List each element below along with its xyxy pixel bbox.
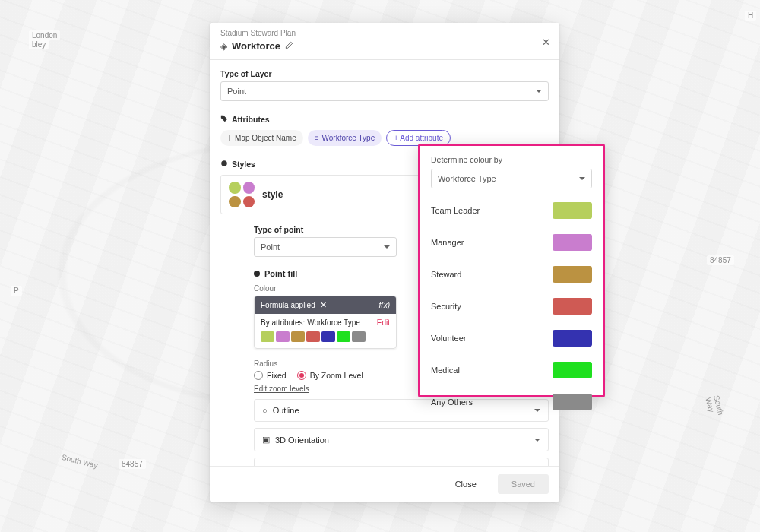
colour-mapping-list: Team LeaderManagerStewardSecurityVolunte… [431, 195, 592, 418]
chevron-down-icon [579, 177, 585, 180]
chip-map-object-name[interactable]: T Map Object Name [220, 130, 303, 146]
attributes-label: Attributes [232, 115, 270, 124]
map-label: bley [29, 40, 49, 49]
chevron-down-icon [534, 439, 540, 442]
svg-point-0 [221, 160, 227, 166]
map-badge: 84857 [707, 255, 734, 265]
swatch [276, 331, 290, 342]
breadcrumb: Stadium Steward Plan [220, 29, 549, 37]
colour-name: Security [431, 302, 461, 311]
cube-icon: ▣ [262, 435, 270, 445]
colour-mapping-item: Volunteer [431, 322, 592, 354]
map-label: H [745, 11, 756, 21]
colour-mapping-item: Any Others [431, 386, 592, 418]
layer-title: Workforce [232, 40, 280, 52]
map-label: P [11, 286, 22, 296]
colour-swatch[interactable] [553, 202, 592, 219]
close-icon[interactable]: ✕ [542, 36, 550, 48]
popover-select-value: Workforce Type [438, 174, 496, 183]
colour-mapping-item: Steward [431, 258, 592, 290]
formula-title: Formula applied [261, 301, 315, 309]
swatch [352, 331, 366, 342]
styles-label: Styles [232, 160, 255, 169]
colour-name: Medical [431, 366, 460, 375]
colour-swatch[interactable] [553, 298, 592, 315]
dot-icon [254, 271, 260, 277]
attributes-section: Attributes [220, 115, 549, 124]
colour-swatch[interactable] [553, 234, 592, 251]
radio-icon [297, 371, 306, 380]
text-icon: T [227, 134, 232, 142]
formula-by-text: By attributes: Workforce Type [261, 318, 360, 327]
point-type-select[interactable]: Point [254, 237, 397, 257]
layer-type-label: Type of Layer [220, 69, 549, 78]
fx-icon[interactable]: f(x) [379, 301, 390, 309]
tag-icon [220, 115, 228, 124]
formula-swatch-row [255, 331, 396, 348]
swatch [306, 331, 320, 342]
layer-icon: ◈ [220, 41, 227, 52]
radius-byzoom-radio[interactable]: By Zoom Level [297, 371, 363, 380]
text-row[interactable]: TText [254, 458, 549, 466]
popover-label: Determine colour by [431, 155, 592, 164]
colour-swatch[interactable] [553, 266, 592, 283]
swatch [321, 331, 335, 342]
colour-swatch[interactable] [553, 394, 592, 410]
list-icon: ≡ [315, 134, 319, 142]
point-fill-label: Point fill [264, 269, 297, 278]
popover-select[interactable]: Workforce Type [431, 169, 592, 188]
colour-name: Manager [431, 238, 464, 247]
panel-footer: Close Saved [210, 466, 559, 502]
determine-colour-popover: Determine colour by Workforce Type Team … [418, 144, 605, 397]
formula-edit-link[interactable]: Edit [377, 318, 390, 327]
colour-swatch[interactable] [553, 362, 592, 378]
circle-outline-icon: ○ [262, 406, 268, 415]
radius-fixed-radio[interactable]: Fixed [254, 371, 287, 380]
formula-clear-icon[interactable]: ✕ [320, 300, 327, 310]
colour-mapping-item: Manager [431, 226, 592, 258]
colour-name: Volunteer [431, 334, 466, 343]
chevron-down-icon [536, 90, 542, 93]
colour-name: Any Others [431, 397, 473, 407]
orientation-row[interactable]: ▣3D Orientation [254, 428, 549, 451]
radio-icon [254, 371, 263, 380]
formula-body: By attributes: Workforce Type Edit [255, 314, 396, 331]
colour-mapping-item: Security [431, 290, 592, 322]
style-name: style [262, 189, 283, 200]
layer-type-value: Point [227, 87, 246, 96]
formula-header: Formula applied ✕ f(x) [255, 296, 396, 314]
colour-name: Steward [431, 270, 461, 279]
layer-type-select[interactable]: Point [220, 81, 549, 101]
close-button[interactable]: Close [442, 474, 490, 494]
chevron-down-icon [384, 245, 390, 249]
title-row: ◈ Workforce [220, 40, 549, 52]
colour-mapping-item: Medical [431, 354, 592, 386]
chip-workforce-type[interactable]: ≡ Workforce Type [308, 130, 382, 146]
colour-swatch[interactable] [553, 330, 592, 347]
colour-name: Team Leader [431, 206, 480, 215]
edit-zoom-link[interactable]: Edit zoom levels [254, 385, 309, 393]
saved-button: Saved [498, 474, 549, 494]
swatch [261, 331, 274, 342]
colour-mapping-item: Team Leader [431, 195, 592, 226]
edit-icon[interactable] [285, 41, 293, 52]
palette-icon [220, 160, 228, 169]
panel-header: Stadium Steward Plan ◈ Workforce ✕ [210, 23, 559, 60]
point-type-value: Point [261, 242, 280, 252]
formula-card: Formula applied ✕ f(x) By attributes: Wo… [254, 296, 397, 349]
style-swatch [229, 182, 255, 207]
swatch [337, 331, 350, 342]
swatch [291, 331, 305, 342]
map-badge: 84857 [119, 459, 146, 469]
